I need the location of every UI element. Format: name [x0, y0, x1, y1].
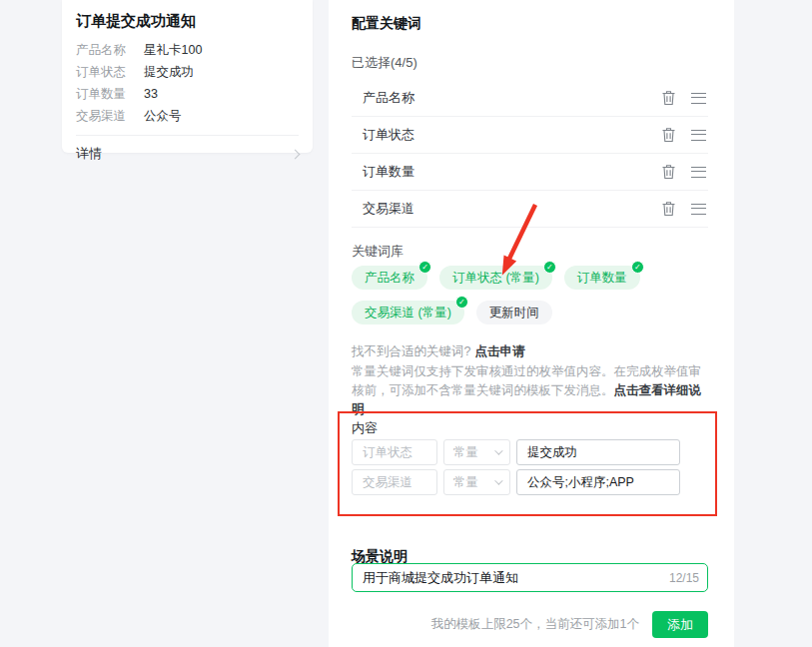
keyword-row: 交易渠道 — [352, 191, 708, 228]
field-value: 星礼卡100 — [144, 39, 202, 61]
scene-description-input[interactable] — [352, 563, 708, 592]
drag-handle[interactable] — [691, 204, 706, 215]
tag-label: 订单数量 — [577, 271, 627, 285]
keyword-field — [352, 439, 437, 465]
tag-label: 产品名称 — [365, 271, 414, 285]
check-icon: ✓ — [455, 296, 468, 309]
library-tag[interactable]: 交易渠道 (常量) ✓ — [352, 301, 464, 324]
keyword-field — [352, 469, 437, 495]
keyword-config-panel: 配置关键词 已选择(4/5) 产品名称 订单状态 — [329, 0, 734, 647]
chevron-down-icon — [494, 476, 502, 484]
keyword-name: 订单数量 — [363, 163, 414, 181]
page: 订单提交成功通知 产品名称 星礼卡100 订单状态 提交成功 订单数量 33 交… — [0, 0, 812, 647]
field-value: 提交成功 — [144, 61, 194, 83]
drag-handle[interactable] — [691, 93, 706, 104]
drag-handle-icon — [691, 167, 706, 178]
keyword-row: 订单状态 — [352, 117, 708, 154]
tag-label: 更新时间 — [489, 306, 539, 320]
chevron-down-icon — [494, 446, 502, 454]
preview-field-row: 产品名称 星礼卡100 — [76, 39, 299, 61]
delete-keyword-button[interactable] — [661, 164, 676, 180]
quota-text: 我的模板上限25个，当前还可添加1个 — [431, 616, 639, 633]
char-counter: 12/15 — [669, 571, 699, 585]
panel-footer: 我的模板上限25个，当前还可添加1个 添加 — [352, 611, 708, 638]
detail-label: 详情 — [76, 145, 102, 163]
preview-title: 订单提交成功通知 — [76, 8, 299, 39]
library-tag[interactable]: 订单数量 ✓ — [564, 266, 640, 290]
keyword-library-label: 关键词库 — [352, 243, 708, 261]
keyword-hint: 找不到合适的关键词?点击申请 — [352, 343, 708, 360]
chevron-right-icon — [291, 149, 301, 159]
delete-keyword-button[interactable] — [661, 90, 676, 106]
library-tag[interactable]: 订单状态 (常量) ✓ — [439, 266, 552, 290]
trash-icon — [661, 164, 676, 180]
trash-icon — [661, 201, 676, 217]
selected-count-label: 已选择(4/5) — [352, 54, 708, 72]
drag-handle[interactable] — [691, 130, 706, 141]
keyword-row: 订单数量 — [352, 154, 708, 191]
field-label: 交易渠道 — [76, 105, 144, 127]
detail-link[interactable]: 详情 — [62, 136, 313, 163]
field-value: 公众号 — [144, 105, 182, 127]
library-tag[interactable]: 更新时间 — [476, 301, 552, 324]
value-input[interactable] — [516, 439, 680, 465]
tag-label: 交易渠道 (常量) — [365, 306, 451, 320]
trash-icon — [661, 127, 676, 143]
drag-handle-icon — [691, 130, 706, 141]
type-select-value: 常量 — [453, 444, 478, 461]
content-row: 常量 — [352, 469, 708, 495]
drag-handle-icon — [691, 204, 706, 215]
drag-handle[interactable] — [691, 167, 706, 178]
selected-keyword-list: 产品名称 订单状态 — [352, 80, 708, 228]
add-button[interactable]: 添加 — [652, 611, 708, 638]
keyword-name: 订单状态 — [363, 126, 414, 144]
type-select: 常量 — [443, 439, 510, 465]
field-label: 订单状态 — [76, 61, 144, 83]
keyword-row: 产品名称 — [352, 80, 708, 117]
library-tag[interactable]: 产品名称 ✓ — [352, 266, 427, 290]
preview-field-row: 订单状态 提交成功 — [76, 61, 299, 83]
scene-input-wrap: 12/15 — [352, 563, 708, 592]
check-icon: ✓ — [418, 261, 431, 274]
type-select-value: 常量 — [453, 474, 478, 491]
content-row: 常量 — [352, 439, 708, 465]
hint-text: 找不到合适的关键词? — [352, 344, 470, 358]
drag-handle-icon — [691, 93, 706, 104]
apply-link[interactable]: 点击申请 — [474, 344, 524, 358]
check-icon: ✓ — [543, 261, 556, 274]
preview-field-row: 订单数量 33 — [76, 83, 299, 105]
delete-keyword-button[interactable] — [661, 201, 676, 217]
trash-icon — [661, 90, 676, 106]
keyword-library-tags: 产品名称 ✓ 订单状态 (常量) ✓ 订单数量 ✓ 交易渠道 (常量) ✓ 更新… — [352, 266, 651, 324]
field-label: 订单数量 — [76, 83, 144, 105]
value-input[interactable] — [516, 469, 680, 495]
keyword-name: 产品名称 — [363, 89, 414, 107]
content-section-title: 内容 — [352, 419, 708, 437]
type-select: 常量 — [443, 469, 510, 495]
field-value: 33 — [144, 83, 158, 105]
section-title-configure-keywords: 配置关键词 — [352, 15, 708, 33]
tag-label: 订单状态 (常量) — [452, 271, 539, 285]
field-label: 产品名称 — [76, 39, 144, 61]
keyword-name: 交易渠道 — [363, 200, 414, 218]
preview-field-row: 交易渠道 公众号 — [76, 105, 299, 127]
constant-keyword-notice: 常量关键词仅支持下发审核通过的枚举值内容。在完成枚举值审核前，可添加不含常量关键… — [352, 362, 708, 419]
check-icon: ✓ — [631, 261, 644, 274]
delete-keyword-button[interactable] — [661, 127, 676, 143]
template-preview-card: 订单提交成功通知 产品名称 星礼卡100 订单状态 提交成功 订单数量 33 交… — [62, 0, 313, 153]
